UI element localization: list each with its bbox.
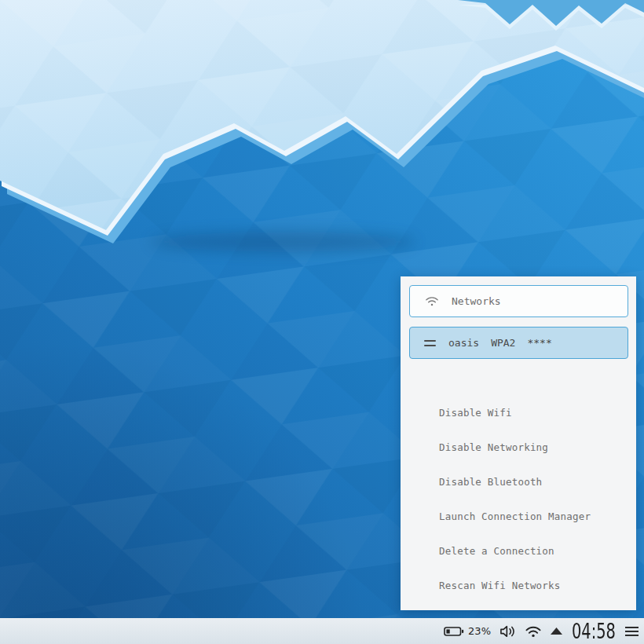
network-password-mask: **** — [527, 337, 551, 349]
menu-item-disable-bluetooth[interactable]: Disable Bluetooth — [401, 464, 636, 499]
networks-header-label: Networks — [452, 295, 501, 307]
menu-item-rescan-wifi-networks[interactable]: Rescan Wifi Networks — [401, 568, 636, 602]
network-item-oasis[interactable]: oasis WPA2 **** — [409, 327, 628, 359]
battery-percent: 23% — [468, 625, 491, 637]
clock-time: 04:58 — [572, 619, 616, 643]
wifi-icon[interactable] — [525, 625, 542, 638]
network-menu-popup: Networks oasis WPA2 **** Disable Wifi Di… — [401, 276, 636, 610]
menu-item-delete-a-connection[interactable]: Delete a Connection — [401, 533, 636, 568]
network-actions-menu: Disable Wifi Disable Networking Disable … — [401, 395, 636, 602]
networks-header[interactable]: Networks — [409, 285, 628, 317]
menu-item-disable-wifi[interactable]: Disable Wifi — [401, 395, 636, 430]
signal-strength-icon — [424, 340, 436, 346]
network-security: WPA2 — [491, 337, 515, 349]
battery-indicator[interactable]: 23% — [444, 625, 491, 637]
menu-item-launch-connection-manager[interactable]: Launch Connection Manager — [401, 499, 636, 533]
system-tray: 23% 04:58 — [444, 619, 644, 643]
wifi-icon — [425, 295, 439, 307]
desktop: Networks oasis WPA2 **** Disable Wifi Di… — [0, 0, 644, 644]
status-bar: 23% 04:58 — [0, 618, 644, 644]
clock[interactable]: 04:58 — [571, 619, 617, 643]
arrow-up-icon[interactable] — [551, 628, 562, 635]
menu-item-disable-networking[interactable]: Disable Networking — [401, 430, 636, 464]
volume-icon[interactable] — [499, 624, 516, 639]
network-ssid: oasis — [448, 337, 479, 349]
hamburger-menu-icon[interactable] — [625, 627, 639, 636]
battery-icon — [444, 626, 464, 637]
